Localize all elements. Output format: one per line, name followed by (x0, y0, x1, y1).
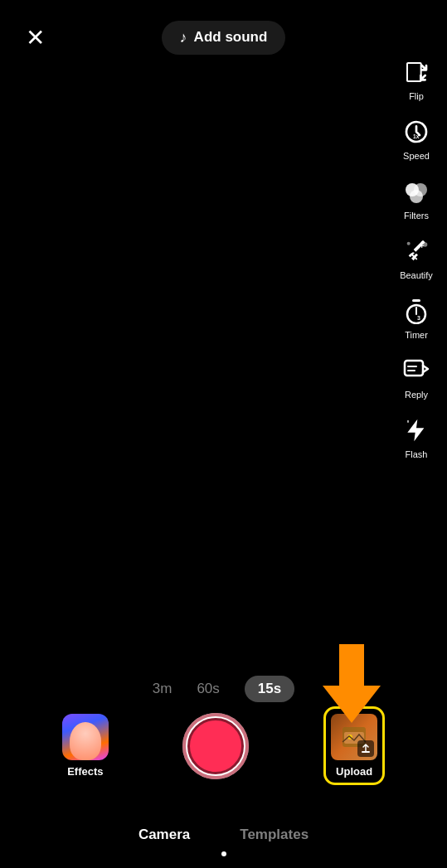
reply-label: Reply (405, 390, 428, 400)
record-ring (182, 713, 249, 779)
flip-label: Flip (409, 91, 424, 101)
svg-rect-19 (362, 751, 370, 753)
beautify-label: Beautify (400, 270, 433, 280)
svg-rect-8 (412, 299, 420, 302)
sidebar-item-timer[interactable]: 3 Timer (392, 289, 440, 345)
duration-60s[interactable]: 60s (197, 681, 219, 697)
flash-label: Flash (406, 449, 428, 459)
sidebar-item-speed[interactable]: 1x Speed (392, 109, 440, 166)
nav-indicator-dot (221, 851, 226, 856)
speed-icon: 1x (399, 114, 434, 149)
header: ✕ ♪ Add sound (0, 0, 447, 75)
upload-label: Upload (336, 765, 372, 778)
effects-thumbnail (62, 714, 109, 760)
svg-point-4 (410, 190, 423, 203)
svg-point-6 (407, 242, 411, 245)
arrow-indicator (323, 719, 381, 723)
sidebar-item-flash[interactable]: Flash (392, 408, 440, 464)
arrow-shaft (339, 644, 364, 686)
effects-thumbnail-inner (62, 714, 109, 760)
duration-15s[interactable]: 15s (245, 676, 294, 702)
svg-text:+: + (420, 242, 425, 250)
arrow-head (323, 686, 381, 723)
add-sound-button[interactable]: ♪ Add sound (162, 21, 286, 55)
timer-label: Timer (405, 330, 428, 340)
sidebar: Flip 1x Speed Filters (392, 50, 440, 464)
music-note-icon: ♪ (180, 29, 187, 46)
flash-icon (399, 413, 434, 448)
flip-icon (399, 55, 434, 90)
svg-text:1x: 1x (413, 133, 420, 139)
svg-rect-12 (405, 361, 423, 376)
effects-label: Effects (67, 765, 103, 778)
close-icon: ✕ (26, 24, 45, 51)
bottom-nav: Camera Templates (0, 827, 447, 843)
timer-icon: 3 (399, 293, 434, 328)
sidebar-item-beautify[interactable]: + Beautify (392, 229, 440, 285)
add-sound-label: Add sound (194, 29, 268, 46)
svg-text:3: 3 (417, 315, 420, 321)
beautify-icon: + (399, 234, 434, 269)
close-button[interactable]: ✕ (17, 19, 53, 56)
speed-label: Speed (403, 151, 430, 161)
sidebar-item-filters[interactable]: Filters (392, 169, 440, 225)
sidebar-item-reply[interactable]: Reply (392, 348, 440, 405)
duration-3m[interactable]: 3m (153, 681, 172, 697)
nav-camera[interactable]: Camera (138, 827, 190, 843)
filters-icon (399, 174, 434, 209)
effects-button[interactable]: Effects (62, 714, 109, 778)
nav-templates[interactable]: Templates (240, 827, 309, 843)
effects-figure (70, 722, 101, 760)
upload-overlay-icon (357, 740, 374, 757)
reply-icon (399, 353, 434, 388)
record-button[interactable] (182, 713, 249, 779)
filters-label: Filters (404, 211, 429, 221)
sidebar-item-flip[interactable]: Flip (392, 50, 440, 106)
